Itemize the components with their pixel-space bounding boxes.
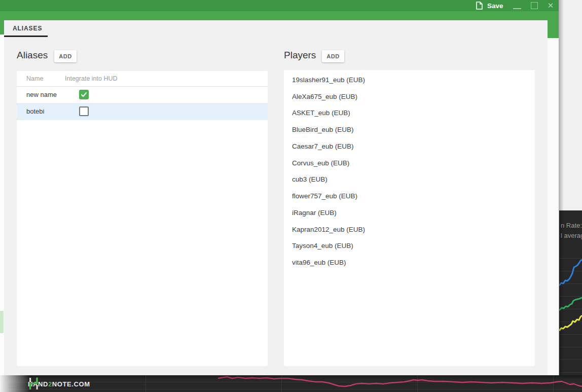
player-list-item[interactable]: Corvus_eub (EUB) <box>284 155 535 171</box>
players-panel-title: Players <box>284 50 316 61</box>
minimize-icon <box>513 8 521 9</box>
aliases-panel-title: Aliases <box>17 50 48 61</box>
player-list-item[interactable]: flower757_eub (EUB) <box>284 188 535 204</box>
dialog-body: Aliases ADD Name Integrate into HUD new … <box>4 37 548 375</box>
alias-table-rows: new name botebi <box>17 87 268 120</box>
save-button[interactable]: Save <box>473 0 506 11</box>
player-name: ASKET_eub (EUB) <box>292 109 350 117</box>
dialog-titlebar-band <box>0 11 559 20</box>
dialog-shadow <box>559 0 564 375</box>
players-add-button[interactable]: ADD <box>322 50 344 62</box>
background-highlight-fragment <box>0 311 4 333</box>
column-header-hud: Integrate into HUD <box>65 71 118 86</box>
tab-aliases[interactable]: ALIASES <box>13 20 42 35</box>
background-bottom-bar: HAND2NOTE.COM <box>0 375 582 392</box>
player-list-item[interactable]: AleXa675_eub (EUB) <box>284 88 535 105</box>
save-button-label: Save <box>487 2 503 10</box>
player-list-item[interactable]: Kapran2012_eub (EUB) <box>284 221 535 238</box>
player-name: flower757_eub (EUB) <box>292 192 357 200</box>
player-list-item[interactable]: ASKET_eub (EUB) <box>284 105 535 122</box>
hud-checkbox[interactable] <box>79 106 89 116</box>
player-list-item[interactable]: BlueBird_eub (EUB) <box>284 121 535 138</box>
player-name: Caesar7_eub (EUB) <box>292 142 354 150</box>
hand2note-logo: HAND2NOTE.COM <box>28 377 90 390</box>
save-document-icon <box>476 2 483 10</box>
player-list-item[interactable]: cub3 (EUB) <box>284 171 535 188</box>
player-list-item[interactable]: iRagnar (EUB) <box>284 204 535 221</box>
aliases-table: Name Integrate into HUD new name botebi <box>17 71 268 366</box>
player-list-item[interactable]: Caesar7_eub (EUB) <box>284 138 535 155</box>
alias-name: new name <box>26 87 57 103</box>
player-name: vita96_eub (EUB) <box>292 259 346 266</box>
alias-name: botebi <box>26 103 44 120</box>
tab-bar: ALIASES <box>4 20 548 37</box>
maximize-button[interactable] <box>528 0 540 11</box>
close-button[interactable]: ✕ <box>544 0 557 11</box>
player-name: cub3 (EUB) <box>292 175 328 183</box>
player-list-item[interactable]: Tayson4_eub (EUB) <box>284 238 535 255</box>
left-background-strip <box>0 34 4 375</box>
dialog-left-rim <box>0 20 4 34</box>
dialog-right-margin <box>548 38 559 375</box>
dialog-right-rim <box>548 20 559 38</box>
hud-checkbox[interactable] <box>79 90 89 99</box>
aliases-add-button[interactable]: ADD <box>54 50 77 62</box>
player-name: Tayson4_eub (EUB) <box>292 242 353 250</box>
close-icon: ✕ <box>548 0 554 11</box>
aliases-table-header: Name Integrate into HUD <box>17 71 268 87</box>
hand2note-logo-icon <box>28 377 40 390</box>
player-list-item[interactable]: 19slasher91_eub (EUB) <box>284 72 535 88</box>
alias-row[interactable]: botebi <box>17 103 268 120</box>
player-name: BlueBird_eub (EUB) <box>292 126 354 133</box>
minimize-button[interactable] <box>511 0 523 11</box>
player-name: AleXa675_eub (EUB) <box>292 93 357 100</box>
player-list-item[interactable]: vita96_eub (EUB) <box>284 254 535 271</box>
maximize-icon <box>531 2 538 9</box>
checkmark-icon <box>81 91 87 98</box>
app-window: n Rate: l averag HAND2NOTE.COM <box>0 0 582 392</box>
players-list: 19slasher91_eub (EUB) AleXa675_eub (EUB)… <box>284 70 535 271</box>
players-card: 19slasher91_eub (EUB) AleXa675_eub (EUB)… <box>284 70 535 366</box>
player-name: Corvus_eub (EUB) <box>292 159 349 167</box>
player-name: 19slasher91_eub (EUB) <box>292 76 365 84</box>
left-window-fade <box>0 375 29 392</box>
alias-row[interactable]: new name <box>17 87 268 103</box>
player-name: iRagnar (EUB) <box>292 209 337 217</box>
player-name: Kapran2012_eub (EUB) <box>292 226 365 233</box>
column-header-name: Name <box>26 71 43 86</box>
